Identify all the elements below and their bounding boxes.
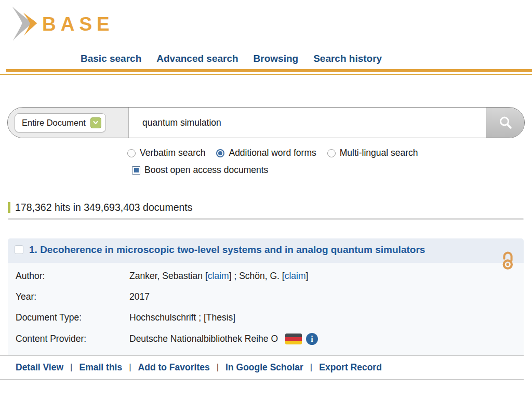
info-icon[interactable]: i: [306, 333, 318, 345]
action-detail-view[interactable]: Detail View: [16, 362, 63, 373]
action-export-record[interactable]: Export Record: [319, 362, 382, 373]
radio-label: Verbatim search: [140, 148, 205, 158]
field-value: Hochschulschrift ; [Thesis]: [129, 312, 235, 323]
results-summary: 178,362 hits in 349,693,403 documents: [8, 202, 532, 214]
field-value: Zanker, Sebastian [claim] ; Schön, G. [c…: [129, 271, 308, 282]
radio-icon[interactable]: [127, 149, 136, 157]
radio-label: Additional word forms: [229, 148, 316, 158]
record-title-text: Decoherence in microscopic two-level sys…: [40, 244, 425, 255]
action-separator: |: [70, 362, 72, 372]
author-name-2: Schön, G.: [239, 271, 280, 281]
radio-label: Multi-lingual search: [340, 148, 418, 158]
results-section: 178,362 hits in 349,693,403 documents 1.…: [0, 202, 532, 380]
search-bar: Entire Document: [7, 107, 525, 138]
nav-browsing[interactable]: Browsing: [254, 53, 299, 64]
summary-marker: [8, 202, 10, 213]
radio-selected-icon[interactable]: [216, 149, 224, 157]
field-content-provider: Content Provider: Deutsche Nationalbibli…: [16, 328, 524, 350]
nav-search-history[interactable]: Search history: [313, 53, 382, 64]
search-section: Entire Document Verbatim search Addition…: [0, 107, 532, 176]
field-value: Deutsche Nationalbibliothek Reihe O: [129, 334, 278, 344]
action-separator: |: [217, 362, 219, 372]
field-label: Content Provider:: [16, 334, 129, 344]
scope-dropdown-label: Entire Document: [22, 118, 86, 128]
bracket: ]: [229, 271, 232, 281]
field-label: Year:: [16, 291, 129, 302]
search-mode-options: Verbatim search Additional word forms Mu…: [127, 148, 532, 158]
bracket: ]: [306, 271, 309, 281]
action-separator: |: [129, 362, 131, 372]
record-number: 1.: [29, 244, 37, 255]
checkbox-checked-icon[interactable]: [132, 166, 140, 175]
base-logo-text: BASE: [42, 14, 114, 35]
results-summary-text: 178,362 hits in 349,693,403 documents: [15, 202, 193, 214]
search-icon: [498, 115, 513, 130]
summary-divider: [8, 218, 524, 220]
action-email-this[interactable]: Email this: [79, 362, 123, 373]
record-header: 1. Decoherence in microscopic two-level …: [8, 238, 524, 263]
action-add-to-favorites[interactable]: Add to Favorites: [138, 362, 210, 373]
germany-flag-icon: [285, 334, 302, 344]
field-value: 2017: [129, 291, 150, 302]
checkbox-boost-open-access[interactable]: Boost open access documents: [132, 165, 532, 176]
action-separator: |: [310, 362, 312, 372]
field-author: Author: Zanker, Sebastian [claim] ; Schö…: [16, 266, 524, 287]
record-select-checkbox[interactable]: [15, 245, 23, 254]
author-separator: ;: [234, 271, 236, 281]
base-logo-chevrons-icon: [8, 5, 45, 43]
gold-divider-thin: [0, 74, 532, 75]
field-label: Document Type:: [16, 312, 129, 323]
nav-basic-search[interactable]: Basic search: [81, 53, 141, 64]
author-name-1: Zanker, Sebastian: [129, 271, 203, 281]
field-label: Author:: [16, 271, 129, 282]
page-header: BASE Basic search Advanced search Browsi…: [0, 5, 532, 75]
record-title: 1. Decoherence in microscopic two-level …: [29, 244, 425, 257]
search-query-segment: [129, 108, 486, 138]
info-glyph: i: [311, 335, 313, 344]
field-year: Year: 2017: [16, 287, 524, 308]
search-submit-button[interactable]: [486, 108, 524, 138]
nav-advanced-search[interactable]: Advanced search: [156, 53, 238, 64]
search-input[interactable]: [129, 108, 486, 138]
search-scope-segment: Entire Document: [8, 108, 129, 138]
boost-open-access-row: Boost open access documents: [132, 165, 532, 176]
main-nav: Basic search Advanced search Browsing Se…: [81, 53, 532, 64]
gold-divider-thick: [6, 69, 532, 72]
action-in-google-scholar[interactable]: In Google Scholar: [225, 362, 303, 373]
open-access-icon: [500, 249, 515, 273]
scope-dropdown[interactable]: Entire Document: [15, 113, 106, 132]
chevron-down-icon[interactable]: [90, 117, 101, 128]
claim-link-1[interactable]: claim: [208, 271, 229, 281]
record-actions: Detail View | Email this | Add to Favori…: [0, 355, 524, 380]
base-logo[interactable]: BASE: [8, 5, 143, 43]
radio-multi-lingual-search[interactable]: Multi-lingual search: [327, 148, 418, 158]
radio-additional-word-forms[interactable]: Additional word forms: [216, 148, 316, 158]
record-title-link[interactable]: 1. Decoherence in microscopic two-level …: [29, 244, 425, 255]
checkbox-label: Boost open access documents: [144, 165, 268, 176]
result-record-1: 1. Decoherence in microscopic two-level …: [8, 238, 524, 355]
radio-verbatim-search[interactable]: Verbatim search: [127, 148, 205, 158]
record-metadata: Author: Zanker, Sebastian [claim] ; Schö…: [8, 263, 524, 355]
radio-icon[interactable]: [327, 149, 336, 157]
claim-link-2[interactable]: claim: [285, 271, 306, 281]
field-document-type: Document Type: Hochschulschrift ; [Thesi…: [16, 308, 524, 328]
